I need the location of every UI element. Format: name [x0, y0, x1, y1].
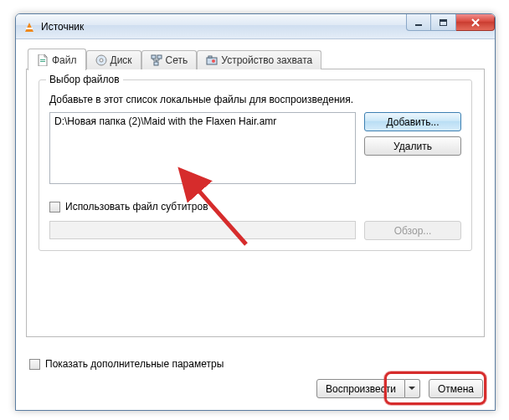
svg-rect-0: [415, 24, 422, 26]
play-dropdown-button[interactable]: [405, 379, 420, 398]
svg-rect-5: [152, 55, 156, 59]
list-item[interactable]: D:\Новая папка (2)\Maid with the Flaxen …: [54, 115, 351, 127]
add-button[interactable]: Добавить...: [364, 112, 461, 131]
svg-rect-2: [40, 61, 45, 62]
more-options-label: Показать дополнительные параметры: [45, 358, 224, 370]
tab-disc[interactable]: Диск: [86, 50, 141, 69]
capture-icon: [206, 54, 218, 66]
network-icon: [151, 54, 162, 66]
chevron-down-icon: [409, 387, 415, 391]
tab-label: Устройство захвата: [221, 54, 312, 66]
svg-rect-6: [157, 55, 162, 59]
file-icon: [37, 54, 49, 66]
tab-strip: Файл Диск Сеть Устройство захвата: [26, 48, 485, 69]
more-options-checkbox[interactable]: [29, 359, 40, 370]
tab-label: Сеть: [166, 54, 188, 66]
tab-file[interactable]: Файл: [28, 49, 86, 70]
tab-network[interactable]: Сеть: [141, 50, 198, 69]
help-text: Добавьте в этот список локальные файлы д…: [49, 94, 461, 105]
svg-rect-1: [40, 59, 45, 60]
remove-button[interactable]: Удалить: [364, 136, 461, 156]
dialog-window: Источник Файл: [15, 13, 496, 411]
cancel-button[interactable]: Отмена: [429, 379, 483, 398]
tab-label: Файл: [52, 54, 77, 66]
subtitles-path-input: [49, 221, 356, 239]
file-list[interactable]: D:\Новая папка (2)\Maid with the Flaxen …: [49, 112, 356, 184]
tab-panel-file: Выбор файлов Добавьте в этот список лока…: [26, 69, 485, 337]
close-button[interactable]: [456, 14, 495, 31]
vlc-cone-icon: [23, 20, 36, 33]
titlebar[interactable]: Источник: [16, 14, 495, 39]
maximize-button[interactable]: [431, 14, 456, 31]
svg-point-4: [100, 59, 103, 62]
disc-icon: [95, 54, 107, 66]
tab-capture[interactable]: Устройство захвата: [197, 50, 321, 69]
play-split-button: Воспроизвести: [316, 379, 420, 398]
svg-rect-9: [208, 56, 212, 58]
file-selection-group: Выбор файлов Добавьте в этот список лока…: [39, 79, 472, 251]
minimize-button[interactable]: [406, 14, 431, 31]
client-area: Файл Диск Сеть Устройство захвата: [16, 39, 495, 410]
window-title: Источник: [41, 21, 84, 33]
play-button[interactable]: Воспроизвести: [316, 379, 405, 398]
tab-label: Диск: [111, 54, 132, 66]
svg-rect-7: [154, 62, 158, 65]
group-title: Выбор файлов: [46, 74, 123, 85]
dialog-buttons: Воспроизвести Отмена: [316, 379, 483, 398]
subtitles-checkbox[interactable]: [49, 202, 60, 213]
browse-button: Обзор...: [364, 221, 461, 240]
subtitles-label: Использовать файл субтитров: [65, 201, 208, 213]
more-options-row: Показать дополнительные параметры: [29, 358, 224, 370]
svg-point-10: [212, 59, 215, 63]
